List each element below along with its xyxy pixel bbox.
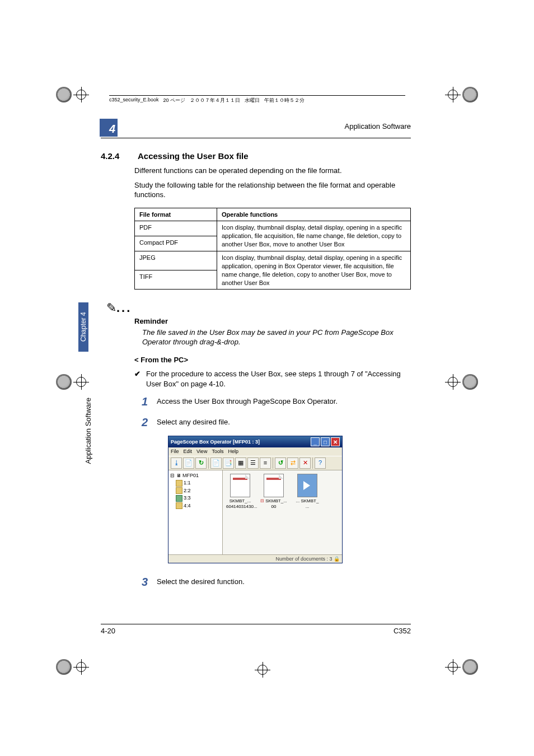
toolbar-button[interactable]: 📄 bbox=[210, 458, 222, 469]
book-time-jp: 午前１０時５２分 bbox=[264, 97, 305, 104]
section-title: Accessing the User Box file bbox=[138, 151, 249, 161]
status-lock-icon: 🔒 bbox=[334, 556, 340, 562]
crop-mark-top-left bbox=[56, 87, 86, 102]
book-header-line: c352_security_E.book 20 ページ ２００７年４月１１日 水… bbox=[109, 95, 405, 104]
folder-icon bbox=[176, 502, 182, 509]
tree-node[interactable]: 2:2 bbox=[170, 487, 221, 495]
step-number: 3 bbox=[134, 575, 148, 590]
step-number: 2 bbox=[134, 415, 148, 430]
window-title: PageScope Box Operator [MFP01 : 3] bbox=[171, 438, 260, 445]
format-table: File format Operable functions PDF Icon … bbox=[134, 208, 411, 290]
crop-mark-bottom-left bbox=[56, 659, 86, 675]
folder-icon bbox=[176, 480, 182, 487]
toolbar-button[interactable]: ▦ bbox=[235, 458, 246, 469]
file-pane[interactable]: SKMBT_... 60414031430... ⊟SKMBT_... 00 bbox=[223, 470, 342, 554]
toolbar-button[interactable]: ⇄ bbox=[287, 458, 298, 469]
toolbar-button[interactable]: 📑 bbox=[223, 458, 234, 469]
folder-icon bbox=[176, 487, 182, 494]
td-format: JPEG bbox=[135, 251, 217, 270]
crop-mark-left bbox=[56, 374, 86, 390]
status-text: Number of documents : 3 bbox=[275, 556, 332, 562]
tree-node[interactable]: 4:4 bbox=[170, 502, 221, 510]
th-format: File format bbox=[135, 208, 217, 221]
td-ops: Icon display, thumbnail display, detail … bbox=[217, 251, 411, 290]
toolbar-button[interactable]: ≡ bbox=[260, 458, 271, 469]
menu-item[interactable]: Edit bbox=[184, 448, 193, 455]
td-format: TIFF bbox=[135, 270, 217, 290]
tree-pane[interactable]: ⊟ 🖥 MFP01 1:1 2:2 3:3 4:4 bbox=[168, 470, 223, 554]
menu-item[interactable]: Help bbox=[228, 448, 238, 455]
file-name: ... SKMBT_ bbox=[293, 498, 321, 505]
paragraph-1: Different functions can be operated depe… bbox=[134, 166, 411, 176]
toolbar-refresh-button[interactable]: ↻ bbox=[195, 458, 207, 469]
book-filename: c352_security_E.book bbox=[109, 97, 159, 104]
prereq-text: For the procedure to access the User Box… bbox=[146, 369, 411, 389]
menu-item[interactable]: Tools bbox=[212, 448, 223, 455]
status-bar: Number of documents : 3 🔒 bbox=[168, 554, 342, 563]
crop-mark-bottom-center bbox=[257, 665, 268, 675]
toolbar-button[interactable]: 📄 bbox=[183, 458, 194, 469]
toolbar: ⭳ 📄 ↻ 📄 📑 ▦ ☰ ≡ ↺ ⇄ ✕ ? bbox=[168, 456, 342, 470]
toolbar-delete-button[interactable]: ✕ bbox=[299, 458, 311, 469]
toolbar-button[interactable]: ☰ bbox=[247, 458, 259, 469]
td-format: Compact PDF bbox=[135, 236, 217, 251]
side-chapter-tab: Chapter 4 bbox=[78, 302, 88, 352]
footer-model: C352 bbox=[394, 627, 411, 635]
toolbar-separator bbox=[208, 458, 209, 469]
crop-mark-bottom-right bbox=[448, 659, 478, 675]
minimize-button[interactable]: _ bbox=[311, 437, 320, 446]
toolbar-help-button[interactable]: ? bbox=[315, 458, 326, 469]
footer-page: 4-20 bbox=[101, 627, 115, 635]
prereq-line: ✔ For the procedure to access the User B… bbox=[134, 369, 411, 389]
table-row: JPEG Icon display, thumbnail display, de… bbox=[135, 251, 411, 270]
chapter-tab: 4 bbox=[100, 119, 118, 137]
reminder-text: The file saved in the User Box may be sa… bbox=[142, 328, 411, 347]
paragraph-2: Study the following table for the relati… bbox=[134, 180, 411, 200]
titlebar[interactable]: PageScope Box Operator [MFP01 : 3] _ □ ✕ bbox=[168, 436, 342, 447]
checkmark-icon: ✔ bbox=[134, 369, 140, 389]
table-row: PDF Icon display, thumbnail display, det… bbox=[135, 221, 411, 236]
tree-node[interactable]: 1:1 bbox=[170, 479, 221, 487]
file-item[interactable]: ... SKMBT_ ... bbox=[293, 474, 321, 511]
step-3: 3 Select the desired function. bbox=[134, 575, 411, 590]
td-ops: Icon display, thumbnail display, detail … bbox=[217, 221, 411, 251]
toolbar-separator bbox=[312, 458, 313, 469]
section-number: 4.2.4 bbox=[101, 151, 129, 161]
td-format: PDF bbox=[135, 221, 217, 236]
tree-node[interactable]: 3:3 bbox=[170, 494, 221, 502]
step-text: Select any desired file. bbox=[157, 415, 411, 430]
file-name-sub: 60414031430... bbox=[226, 504, 254, 510]
file-item[interactable]: SKMBT_... 60414031430... bbox=[226, 474, 254, 511]
step-text: Access the User Box through PageScope Bo… bbox=[157, 394, 411, 409]
running-head: Application Software bbox=[344, 122, 411, 130]
reminder-label: Reminder bbox=[134, 316, 411, 326]
menubar[interactable]: File Edit View Tools Help bbox=[168, 447, 342, 455]
toolbar-button[interactable]: ↺ bbox=[275, 458, 286, 469]
side-running-label: Application Software bbox=[84, 398, 92, 464]
subsection-head: < From the PC> bbox=[134, 355, 411, 365]
file-name: SKMBT_... bbox=[265, 498, 287, 505]
crop-mark-top-right bbox=[448, 87, 478, 102]
step-text: Select the desired function. bbox=[157, 575, 411, 590]
reminder-icon: ✎... bbox=[106, 301, 132, 315]
step-2: 2 Select any desired file. bbox=[134, 415, 411, 430]
screenshot-figure: PageScope Box Operator [MFP01 : 3] _ □ ✕… bbox=[168, 436, 411, 563]
menu-item[interactable]: File bbox=[171, 448, 179, 455]
tree-root[interactable]: ⊟ 🖥 MFP01 bbox=[170, 472, 221, 480]
step-number: 1 bbox=[134, 394, 148, 409]
app-window: PageScope Box Operator [MFP01 : 3] _ □ ✕… bbox=[168, 436, 343, 563]
book-page-jp: 20 ページ bbox=[163, 97, 186, 104]
maximize-button[interactable]: □ bbox=[321, 437, 330, 446]
file-item[interactable]: ⊟SKMBT_... 00 bbox=[260, 474, 288, 511]
menu-item[interactable]: View bbox=[196, 448, 207, 455]
folder-icon bbox=[176, 495, 182, 502]
book-date-jp: ２００７年４月１１日 bbox=[190, 97, 240, 104]
toolbar-button[interactable]: ⭳ bbox=[171, 458, 182, 469]
close-button[interactable]: ✕ bbox=[331, 437, 340, 446]
toolbar-separator bbox=[273, 458, 273, 469]
file-name-sub: ... bbox=[293, 504, 321, 510]
crop-mark-right bbox=[448, 374, 478, 390]
step-1: 1 Access the User Box through PageScope … bbox=[134, 394, 411, 409]
file-name: SKMBT_... bbox=[226, 498, 254, 505]
book-day-jp: 水曜日 bbox=[245, 97, 260, 104]
